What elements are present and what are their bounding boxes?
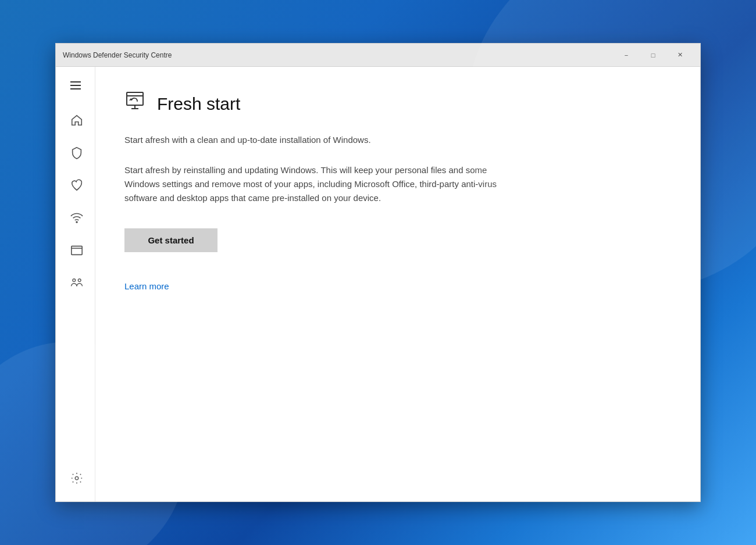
family-icon	[70, 277, 83, 289]
hamburger-icon	[70, 81, 81, 89]
get-started-button[interactable]: Get started	[124, 228, 217, 252]
sidebar-item-family[interactable]	[56, 267, 95, 299]
fresh-start-icon	[124, 90, 149, 117]
sidebar-item-device-health[interactable]	[56, 169, 95, 202]
svg-point-6	[72, 279, 75, 282]
wifi-icon	[70, 211, 83, 224]
learn-more-link[interactable]: Learn more	[124, 281, 169, 291]
page-title: Fresh start	[157, 94, 240, 114]
svg-rect-4	[71, 246, 81, 255]
svg-rect-9	[127, 92, 143, 105]
sidebar-item-app-browser[interactable]	[56, 234, 95, 267]
reinstall-icon	[124, 90, 149, 112]
sidebar-item-firewall[interactable]	[56, 202, 95, 234]
sidebar-item-virus-protection[interactable]	[56, 137, 95, 169]
home-icon	[70, 114, 83, 127]
page-description: Start afresh by reinstalling and updatin…	[124, 163, 520, 205]
browser-icon	[70, 244, 83, 257]
hamburger-menu-button[interactable]	[56, 71, 95, 99]
svg-point-7	[78, 279, 81, 282]
svg-point-3	[76, 221, 77, 223]
sidebar-item-home[interactable]	[56, 104, 95, 137]
heart-icon	[70, 179, 83, 192]
shield-icon	[70, 146, 83, 159]
